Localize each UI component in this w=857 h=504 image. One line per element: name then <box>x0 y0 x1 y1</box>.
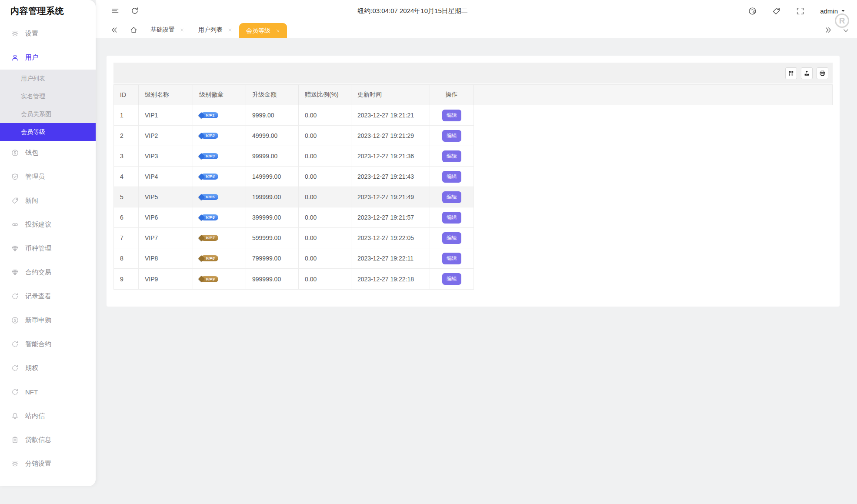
chevrons-right-icon[interactable] <box>825 27 832 33</box>
updated-time: 2023-12-27 19:21:29 <box>357 132 414 139</box>
sidebar-item[interactable]: 管理员 <box>0 165 96 189</box>
sidebar-item[interactable]: 智能合约 <box>0 332 96 356</box>
edit-button[interactable]: 编辑 <box>442 191 461 203</box>
row-id: 5 <box>120 194 123 200</box>
sidebar-item-label: 投拆建议 <box>25 220 51 229</box>
sidebar-item[interactable]: 新币申购 <box>0 308 96 332</box>
sidebar-item[interactable]: 投拆建议 <box>0 213 96 237</box>
cell-gift-ratio: 0.00 <box>299 207 351 227</box>
column-header: 操作 <box>430 85 474 105</box>
upgrade-amount: 399999.00 <box>252 214 281 221</box>
sidebar-item[interactable]: 币种管理 <box>0 237 96 260</box>
gift-ratio: 0.00 <box>305 153 317 160</box>
sidebar-item[interactable]: 记录查看 <box>0 284 96 308</box>
avatar[interactable]: R <box>835 13 849 28</box>
sidebar-item[interactable]: 钱包 <box>0 141 96 165</box>
cell-actions: 编辑 <box>430 228 474 248</box>
sidebar-item[interactable]: 用户 <box>0 46 96 70</box>
cell-upgrade-amount: 199999.00 <box>246 187 299 207</box>
sidebar-subitem-label: 用户列表 <box>21 75 45 83</box>
sidebar-subitem[interactable]: 会员等级 <box>0 123 96 141</box>
edit-button[interactable]: 编辑 <box>442 212 461 224</box>
chevron-down-icon[interactable] <box>843 27 849 34</box>
sidebar-submenu: 用户列表实名管理会员关系图会员等级 <box>0 70 96 141</box>
cell-updated-time: 2023-12-27 19:21:29 <box>351 126 430 146</box>
tab[interactable]: 会员等级 <box>239 23 287 38</box>
sidebar-item[interactable]: 期权 <box>0 356 96 380</box>
open-tabs: 基础设置用户列表会员等级 <box>143 22 287 38</box>
cell-level-badge: VIP9 <box>193 269 246 289</box>
sidebar-item[interactable]: NFT <box>0 380 96 404</box>
level-name: VIP5 <box>145 194 158 200</box>
sidebar-subitem[interactable]: 实名管理 <box>0 87 96 105</box>
chevrons-left-icon[interactable] <box>111 27 118 33</box>
row-id: 8 <box>120 255 123 262</box>
gift-ratio: 0.00 <box>305 173 317 180</box>
fullscreen-icon[interactable] <box>796 7 804 15</box>
cell-id: 9 <box>114 269 139 289</box>
shield-check-icon <box>11 173 19 180</box>
clipboard-icon <box>11 436 19 444</box>
sidebar-item[interactable]: 合约交易 <box>0 260 96 284</box>
cell-level-name: VIP3 <box>139 146 193 166</box>
print-button[interactable] <box>817 67 828 79</box>
edit-button[interactable]: 编辑 <box>442 110 461 121</box>
edit-button[interactable]: 编辑 <box>442 232 461 244</box>
caret-down-icon <box>840 8 846 13</box>
close-icon[interactable] <box>180 28 184 32</box>
sidebar-item-label: NFT <box>25 388 38 396</box>
user-icon <box>11 54 19 61</box>
vip-badge-icon: VIP4 <box>199 174 218 180</box>
sidebar-item-label: 记录查看 <box>25 292 51 300</box>
sidebar-subitem[interactable]: 会员关系图 <box>0 105 96 123</box>
sidebar-item-label: 期权 <box>25 364 38 372</box>
tab-label: 会员等级 <box>246 27 270 35</box>
tab[interactable]: 基础设置 <box>143 22 191 38</box>
cell-level-name: VIP8 <box>139 248 193 268</box>
table-body: 1VIP1VIP19999.000.002023-12-27 19:21:21编… <box>113 105 474 290</box>
columns-button[interactable] <box>785 67 797 79</box>
gift-ratio: 0.00 <box>305 132 317 139</box>
sidebar-subitem-label: 实名管理 <box>21 93 45 100</box>
edit-button[interactable]: 编辑 <box>442 130 461 142</box>
vip-badge-icon: VIP6 <box>199 214 218 220</box>
edit-button[interactable]: 编辑 <box>442 150 461 162</box>
cell-actions: 编辑 <box>430 269 474 289</box>
updated-time: 2023-12-27 19:21:43 <box>357 173 414 180</box>
row-id: 1 <box>120 112 123 119</box>
level-name: VIP6 <box>145 214 158 221</box>
sidebar-item-label: 新闻 <box>25 197 38 205</box>
palette-icon[interactable] <box>748 7 757 15</box>
sidebar-item[interactable]: 设置 <box>0 22 96 46</box>
diamond-icon <box>11 245 19 252</box>
cell-level-badge: VIP4 <box>193 167 246 187</box>
sidebar-item-label: 币种管理 <box>25 244 51 253</box>
gift-ratio: 0.00 <box>305 112 317 119</box>
edit-button[interactable]: 编辑 <box>442 171 461 183</box>
menu-collapse-icon[interactable] <box>111 7 119 15</box>
vip-badge-icon: VIP3 <box>199 153 218 159</box>
sidebar-item[interactable]: 贷款信息 <box>0 428 96 452</box>
sidebar-item[interactable]: 新闻 <box>0 189 96 213</box>
close-icon[interactable] <box>276 29 280 33</box>
upgrade-amount: 9999.00 <box>252 112 274 119</box>
cell-updated-time: 2023-12-27 19:21:43 <box>351 167 430 187</box>
close-icon[interactable] <box>228 28 232 32</box>
tab[interactable]: 用户列表 <box>191 22 239 38</box>
edit-button[interactable]: 编辑 <box>442 273 461 285</box>
sidebar-subitem[interactable]: 用户列表 <box>0 70 96 87</box>
gift-ratio: 0.00 <box>305 214 317 221</box>
cell-gift-ratio: 0.00 <box>299 248 351 268</box>
sidebar-item[interactable]: 分销设置 <box>0 452 96 476</box>
cell-gift-ratio: 0.00 <box>299 187 351 207</box>
gift-ratio: 0.00 <box>305 255 317 262</box>
table-row: 9VIP9VIP9999999.000.002023-12-27 19:22:1… <box>114 269 474 289</box>
coin-icon <box>11 149 19 157</box>
home-icon[interactable] <box>130 26 137 33</box>
edit-button[interactable]: 编辑 <box>442 253 461 264</box>
sidebar-item[interactable]: 站内信 <box>0 404 96 428</box>
cell-actions: 编辑 <box>430 126 474 146</box>
price-tag-icon[interactable] <box>772 7 780 15</box>
export-button[interactable] <box>801 67 813 79</box>
refresh-icon[interactable] <box>131 7 139 15</box>
